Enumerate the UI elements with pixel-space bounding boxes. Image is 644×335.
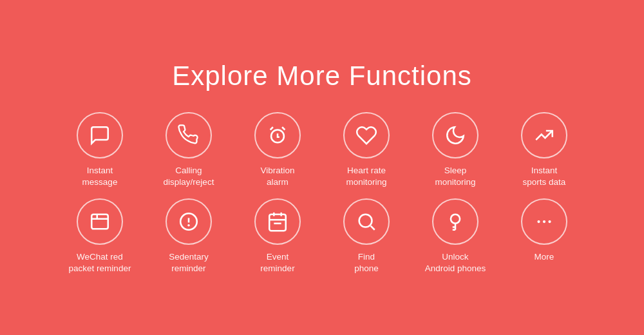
sleep-icon-circle [432, 112, 478, 158]
vibration-alarm-label: Vibrationalarm [260, 165, 294, 188]
svg-point-20 [537, 220, 540, 223]
svg-point-16 [451, 215, 460, 224]
sports-label: Instantsports data [523, 165, 566, 188]
more-icon [533, 211, 555, 233]
svg-line-1 [270, 127, 273, 129]
wechat-icon [89, 211, 111, 233]
wechat-icon-circle [77, 198, 123, 245]
exclamation-icon [178, 211, 200, 233]
more-icon-circle [521, 198, 567, 245]
calling-icon-circle [166, 112, 212, 158]
feature-instant-message: Instantmessage [58, 112, 142, 188]
feature-sleep: Sleepmonitoring [413, 112, 497, 188]
heart-rate-label: Heart ratemonitoring [346, 165, 386, 188]
svg-point-14 [359, 215, 372, 227]
svg-point-22 [548, 220, 551, 223]
message-icon [89, 124, 111, 146]
alarm-icon [267, 124, 289, 146]
feature-sedentary: Sedentaryreminder [147, 198, 231, 274]
svg-line-2 [282, 127, 285, 129]
sports-icon-circle [521, 112, 567, 158]
svg-point-21 [543, 220, 545, 223]
phone-icon [178, 124, 200, 146]
find-phone-label: Findphone [354, 251, 379, 274]
feature-more: More [502, 198, 586, 274]
find-phone-icon-circle [343, 198, 390, 245]
sedentary-icon-circle [166, 198, 212, 245]
calling-label: Callingdisplay/reject [164, 165, 214, 188]
svg-line-15 [371, 226, 375, 230]
event-label: Eventreminder [260, 251, 294, 274]
feature-sports: Instantsports data [502, 112, 586, 188]
feature-unlock: UnlockAndroid phones [413, 198, 497, 274]
page-title: Explore More Functions [172, 61, 472, 91]
feature-wechat: WeChat redpacket reminder [58, 198, 142, 274]
unlock-label: UnlockAndroid phones [425, 251, 486, 274]
heart-icon [355, 124, 377, 146]
more-label: More [535, 251, 554, 263]
sedentary-label: Sedentaryreminder [169, 251, 209, 274]
search-icon [355, 211, 377, 233]
event-icon-circle [254, 198, 301, 245]
feature-event: Eventreminder [236, 198, 319, 274]
unlock-icon-circle [432, 198, 478, 245]
calendar-icon [267, 211, 289, 233]
feature-vibration-alarm: Vibrationalarm [236, 112, 319, 188]
features-grid: Instantmessage Callingdisplay/reject Vib… [58, 112, 586, 275]
svg-rect-3 [91, 215, 108, 229]
instant-message-icon-circle [77, 112, 123, 158]
feature-calling: Callingdisplay/reject [147, 112, 231, 188]
alarm-icon-circle [254, 112, 301, 158]
feature-heart-rate: Heart ratemonitoring [325, 112, 408, 188]
svg-rect-9 [269, 215, 286, 231]
moon-icon [444, 124, 466, 146]
feature-find-phone: Findphone [325, 198, 408, 274]
wechat-label: WeChat redpacket reminder [69, 251, 131, 274]
instant-message-label: Instantmessage [82, 165, 118, 188]
sleep-label: Sleepmonitoring [435, 165, 475, 188]
chart-icon [533, 124, 555, 146]
heart-rate-icon-circle [343, 112, 390, 158]
key-icon [444, 211, 466, 233]
